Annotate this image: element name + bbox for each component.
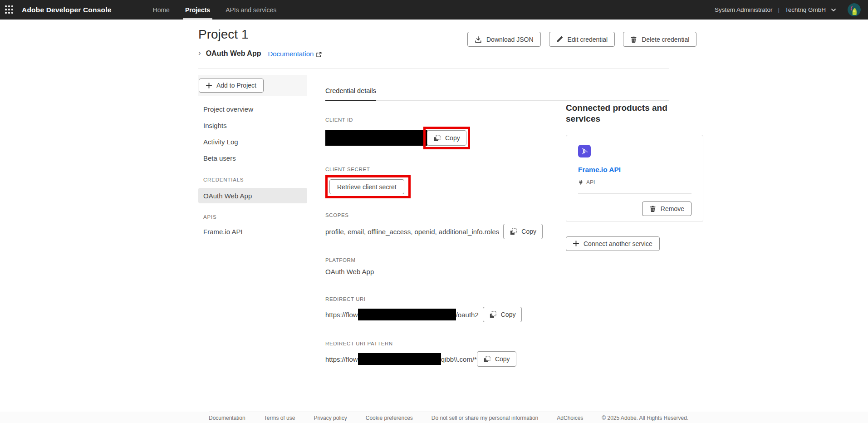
delete-credential-label: Delete credential [642, 36, 689, 43]
delete-credential-button[interactable]: Delete credential [623, 32, 696, 47]
card-divider [578, 193, 691, 194]
remove-label: Remove [661, 205, 684, 212]
service-type-row: API [578, 179, 691, 186]
footer-link-cookie-preferences[interactable]: Cookie preferences [366, 415, 413, 421]
frameio-api-link[interactable]: Frame.io API [578, 166, 691, 174]
redirect-uri-row: https://flow /oauth2 Copy [325, 307, 669, 322]
edit-credential-button[interactable]: Edit credential [549, 32, 615, 47]
breadcrumb-credential-name: OAuth Web App [206, 49, 261, 58]
chevron-down-icon[interactable] [830, 7, 837, 13]
sidebar-section-apis: APIS [198, 211, 307, 223]
copy-scopes-button[interactable]: Copy [503, 224, 543, 239]
frameio-logo-icon [578, 145, 591, 157]
sidebar-item-label: Beta users [203, 154, 236, 162]
connected-products-heading: Connected products and services [566, 103, 672, 124]
platform-label: PLATFORM [325, 257, 669, 263]
redirect-uri-pattern-label: REDIRECT URI PATTERN [325, 341, 669, 346]
redirect-pattern-suffix: qibb\\.com/* [441, 355, 477, 363]
edit-credential-label: Edit credential [568, 36, 608, 43]
grid-icon-glyph [5, 5, 14, 14]
page-footer: Documentation Terms of use Privacy polic… [0, 412, 868, 423]
nav-item-home[interactable]: Home [145, 0, 177, 20]
user-name: System Administrator [715, 6, 773, 13]
card-footer: Remove [578, 202, 691, 216]
sidebar-nav-list: Project overview Insights Activity Log B… [198, 96, 307, 240]
sidebar-top-strip: Add to Project [198, 75, 307, 96]
redirect-pattern-redacted [358, 353, 441, 365]
copy-label: Copy [445, 134, 460, 142]
pencil-icon [556, 36, 563, 43]
footer-link-adchoices[interactable]: AdChoices [557, 415, 583, 421]
project-sidebar: Add to Project Project overview Insights… [198, 75, 307, 240]
download-json-button[interactable]: Download JSON [467, 32, 541, 47]
sidebar-item-label: Insights [203, 122, 227, 129]
footer-link-terms-of-use[interactable]: Terms of use [264, 415, 295, 421]
sidebar-item-frameio-api[interactable]: Frame.io API [198, 223, 307, 240]
redirect-uri-redacted [358, 309, 456, 320]
copy-label: Copy [521, 228, 536, 235]
sidebar-item-label: Activity Log [203, 138, 238, 146]
footer-inner: Documentation Terms of use Privacy polic… [209, 412, 659, 421]
retrieve-client-secret-button[interactable]: Retrieve client secret [329, 179, 404, 194]
header-divider [198, 69, 669, 69]
copy-icon [433, 134, 441, 142]
breadcrumb: › OAuth Web App Documentation [198, 49, 322, 58]
copy-redirect-pattern-button[interactable]: Copy [477, 351, 516, 367]
copy-label: Copy [501, 311, 516, 318]
sidebar-item-beta-users[interactable]: Beta users [198, 150, 307, 166]
adobe-developer-console-page: Adobe Developer Console Home Projects AP… [0, 0, 868, 423]
remove-service-button[interactable]: Remove [642, 202, 691, 216]
copy-icon [483, 355, 491, 363]
scopes-value: profile, email, offline_access, openid, … [325, 228, 499, 236]
copy-icon [510, 228, 517, 236]
copy-label: Copy [495, 355, 510, 363]
annotation-highlight-retrieve-secret: Retrieve client secret [325, 175, 411, 198]
user-org-separator: | [778, 6, 780, 13]
org-name[interactable]: Techtriq GmbH [785, 6, 826, 13]
add-to-project-button[interactable]: Add to Project [199, 79, 264, 93]
copy-client-id-button[interactable]: Copy [427, 130, 466, 146]
user-avatar[interactable] [848, 3, 861, 16]
frameio-service-card: Frame.io API API Remove [566, 135, 703, 222]
download-json-label: Download JSON [486, 36, 534, 43]
redirect-uri-label: REDIRECT URI [325, 296, 669, 302]
external-link-icon [316, 52, 322, 58]
copy-icon [489, 311, 497, 319]
redirect-pattern-prefix: https://flow [325, 355, 358, 363]
breadcrumb-chevron-icon[interactable]: › [198, 49, 201, 58]
trash-icon [630, 36, 637, 43]
documentation-link[interactable]: Documentation [268, 50, 314, 58]
trash-icon [649, 205, 656, 212]
app-title: Adobe Developer Console [22, 6, 112, 14]
sidebar-item-label: OAuth Web App [203, 192, 252, 200]
connect-another-service-button[interactable]: Connect another service [566, 236, 660, 251]
service-type-label: API [586, 179, 595, 186]
footer-copyright: © 2025 Adobe. All Rights Reserved. [602, 415, 688, 421]
nav-item-apis-and-services[interactable]: APIs and services [218, 0, 284, 20]
footer-link-privacy-policy[interactable]: Privacy policy [314, 415, 347, 421]
annotation-highlight-client-id-copy: Copy [423, 127, 470, 149]
footer-link-documentation[interactable]: Documentation [209, 415, 245, 421]
sidebar-item-insights[interactable]: Insights [198, 117, 307, 133]
page-title: Project 1 [198, 27, 249, 42]
redirect-uri-prefix: https://flow [325, 311, 358, 319]
credential-actions: Download JSON Edit credential Delete cre… [467, 32, 696, 47]
tab-credential-details[interactable]: Credential details [325, 87, 376, 101]
platform-value: OAuth Web App [325, 268, 669, 275]
connected-products-panel: Connected products and services Frame.io… [566, 103, 703, 251]
connect-another-service-label: Connect another service [584, 240, 652, 247]
sidebar-item-oauth-web-app[interactable]: OAuth Web App [198, 188, 307, 203]
topbar: Adobe Developer Console Home Projects AP… [0, 0, 868, 20]
copy-redirect-uri-button[interactable]: Copy [483, 307, 522, 322]
app-grid-icon[interactable] [0, 0, 18, 20]
client-id-value-redacted [325, 130, 427, 146]
plus-icon [573, 241, 579, 246]
sidebar-item-project-overview[interactable]: Project overview [198, 101, 307, 117]
add-to-project-label: Add to Project [216, 82, 256, 89]
footer-link-do-not-sell[interactable]: Do not sell or share my personal informa… [432, 415, 538, 421]
plus-icon [206, 83, 212, 89]
sidebar-item-label: Project overview [203, 105, 253, 113]
sidebar-item-activity-log[interactable]: Activity Log [198, 133, 307, 150]
topbar-user-area: System Administrator | Techtriq GmbH [715, 3, 868, 16]
nav-item-projects[interactable]: Projects [177, 0, 218, 20]
